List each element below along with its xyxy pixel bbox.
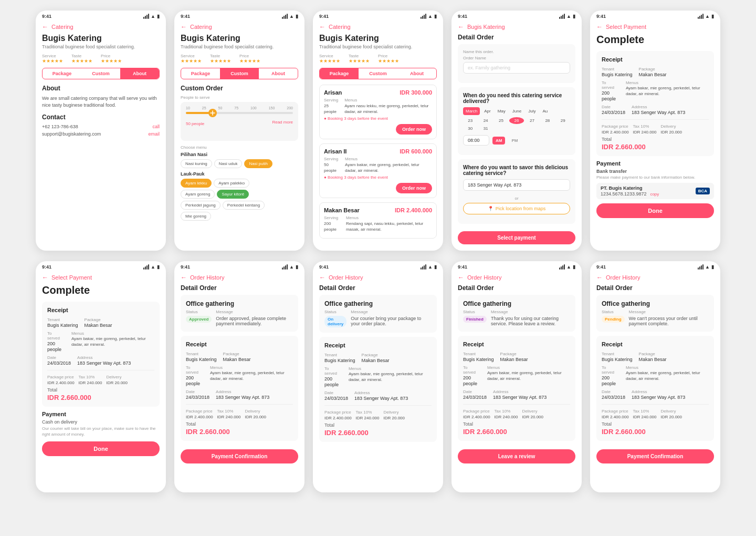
back-arrow-10[interactable]: ← [596, 274, 603, 281]
detail-order-title: Detail Order [458, 34, 575, 41]
date-31[interactable]: 31 [478, 125, 492, 132]
payment-confirm-btn-apr[interactable]: Payment Confirmation [181, 449, 298, 463]
cod-receipt-row-1: Tenant Bugis Katering Package Makan Besa… [47, 317, 154, 328]
month-au[interactable]: Au [540, 107, 550, 115]
select-payment-btn[interactable]: Select payment [458, 231, 575, 244]
month-may[interactable]: May [495, 107, 508, 115]
del-menus-text: Ayam bakar, mie goreng, perkedel, telur … [349, 371, 432, 383]
back-arrow-9[interactable]: ← [458, 274, 464, 281]
chip-perkedel-jagung[interactable]: Perkedel jagung [181, 201, 220, 210]
slider-thumb[interactable] [208, 109, 217, 117]
tab-package-2[interactable]: Package [181, 68, 220, 79]
pen-menus-text: Ayam bakar, mie goreng, perkedel, telur … [626, 370, 709, 382]
cod-receipt-row-3: Date 24/03/2018 Address 183 Senger Way A… [47, 355, 154, 366]
approved-content: Detail Order Office gathering Status App… [174, 284, 304, 492]
chip-nasi-uduk[interactable]: Nasi uduk [214, 159, 243, 168]
done-btn-bank[interactable]: Done [596, 203, 714, 218]
r2-service: Service★★★★★ [181, 54, 202, 64]
slider-track[interactable] [186, 112, 293, 114]
pm-btn[interactable]: PM [508, 137, 521, 145]
leave-review-btn[interactable]: Leave a review [458, 449, 575, 463]
pen-total-amount: IDR 2.660.000 [602, 428, 709, 436]
pick-location-btn[interactable]: 📍 Pick location from maps [463, 203, 570, 214]
copy-btn[interactable]: copy [650, 192, 659, 197]
tab-package-3[interactable]: Package [320, 68, 359, 79]
arisan2-order-btn[interactable]: Order now [396, 183, 432, 193]
nav-title-2: Catering [190, 24, 212, 30]
tab-package-1[interactable]: Package [43, 68, 81, 79]
back-arrow-3[interactable]: ← [319, 23, 326, 30]
back-arrow-8[interactable]: ← [319, 274, 326, 281]
month-apr[interactable]: Apr [481, 107, 493, 115]
chip-nasi-putih[interactable]: Nasi putih [244, 159, 272, 168]
chip-ayam-lekku[interactable]: Ayam lekku [181, 179, 212, 188]
location-input[interactable] [463, 179, 570, 191]
date-30[interactable]: 30 [463, 125, 477, 132]
payment-title-bank: Payment [596, 160, 714, 167]
battery-icon: ▮ [157, 14, 160, 19]
bank-desc: Please make payment to our bank informat… [596, 175, 714, 180]
menus-text: Ayam bakar, mie goreng, perkedel, telur … [626, 85, 709, 97]
date-29[interactable]: 29 [556, 117, 570, 124]
chip-ayam-goreng[interactable]: Ayam goreng [181, 190, 215, 199]
pending-badge: Pending [602, 316, 625, 323]
date-25[interactable]: 25 [494, 117, 508, 124]
delivery-order-name: Office gathering [324, 300, 432, 307]
nav-title-7: Order History [190, 274, 224, 281]
back-arrow-6[interactable]: ← [42, 274, 48, 281]
chip-perkedel-kentang[interactable]: Perkedel kentang [223, 201, 265, 210]
date-28[interactable]: 28 [540, 117, 554, 124]
status-bar-8: 9:41 ▲ ▮ [313, 261, 443, 272]
status-icons-10: ▲ ▮ [698, 264, 714, 270]
tab-custom-3[interactable]: Custom [359, 68, 397, 79]
month-march[interactable]: March [463, 107, 480, 115]
business-desc-2: Traditional buginese food specialist cat… [181, 44, 298, 49]
date-27[interactable]: 27 [525, 117, 539, 124]
tab-custom-2[interactable]: Custom [220, 68, 259, 79]
call-link[interactable]: call [152, 124, 160, 129]
back-arrow-5[interactable]: ← [596, 23, 603, 30]
date-23[interactable]: 23 [463, 117, 477, 124]
read-more[interactable]: Read more [272, 120, 293, 125]
del-pkg-price: Package price IDR 2.400.000 [324, 410, 352, 420]
status-icons-5: ▲ ▮ [698, 14, 714, 19]
wifi-icon-7: ▲ [289, 264, 294, 270]
phone-complete-bank: 9:41 ▲ ▮ ← Select Payment Complete Recei… [590, 11, 720, 251]
done-btn-cod[interactable]: Done [42, 441, 160, 456]
tab-about-3[interactable]: About [397, 68, 436, 79]
package-col: Package Makan Besar [639, 67, 667, 77]
s2p: ★★★★★ [239, 58, 260, 64]
apr-address: Address 183 Senger Way Apt. 873 [216, 389, 269, 400]
month-july[interactable]: July [526, 107, 538, 115]
chip-ayam-palekko[interactable]: Ayam palekko [214, 179, 249, 188]
status-bar-2: 9:41 ▲ ▮ [174, 11, 304, 21]
chip-sayur-kitore[interactable]: Sayur kitoré [217, 190, 249, 199]
back-arrow-1[interactable]: ← [42, 23, 48, 30]
phone-detail-order: 9:41 ▲ ▮ ← Bugis Katering Detail Order N… [452, 11, 582, 251]
signal-icon-6 [143, 264, 149, 270]
arisan-order-btn[interactable]: Order now [396, 124, 432, 135]
package-arisan: Arisan IDR 300.000 Serving 25 people Men… [319, 85, 437, 139]
chip-nasi-kuning[interactable]: Nasi kuning [181, 159, 212, 168]
back-arrow-7[interactable]: ← [181, 274, 187, 281]
tab-custom-1[interactable]: Custom [81, 68, 120, 79]
am-btn[interactable]: AM [492, 137, 505, 145]
delivery-status-row: Status On delivery Message Our courier b… [324, 310, 432, 327]
date-24[interactable]: 24 [478, 117, 492, 124]
order-name-input[interactable]: ex. Family gathering [463, 62, 570, 74]
r2-taste: Taste★★★★★ [210, 54, 231, 64]
payment-confirm-btn-pen[interactable]: Payment Confirmation [596, 449, 714, 463]
back-arrow-2[interactable]: ← [181, 23, 187, 30]
cod-complete-title: Complete [42, 284, 160, 296]
time-input[interactable] [463, 135, 489, 146]
month-june[interactable]: June [510, 107, 524, 115]
date-26[interactable]: 26 [509, 117, 523, 124]
chip-mie-goreng[interactable]: Mie goreng [181, 212, 211, 221]
back-arrow-4[interactable]: ← [458, 23, 464, 30]
tenant-col: Tenant Bugis Katering [602, 67, 633, 77]
tab-about-1[interactable]: About [120, 68, 159, 79]
email-link[interactable]: email [148, 131, 160, 137]
choose-menu-label: Choose menu [181, 145, 298, 150]
tab-about-2[interactable]: About [259, 68, 298, 79]
fin-delivery: Delivery IDR 20.000 [522, 409, 543, 419]
